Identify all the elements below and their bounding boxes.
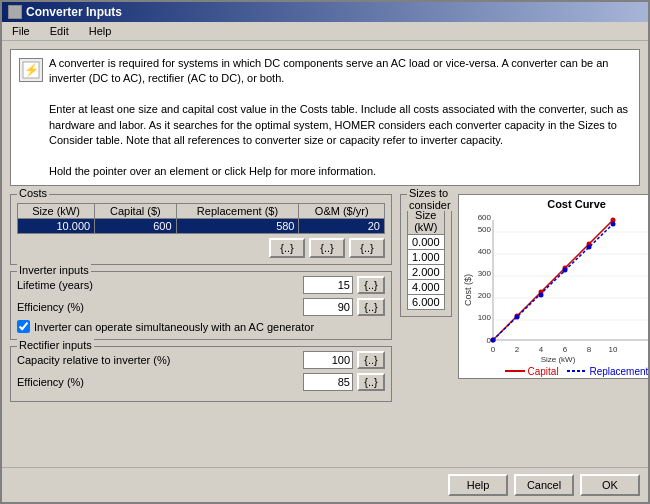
sizes-and-chart: Sizes to consider Size (kW) 0.000 1.000 (400, 194, 640, 379)
svg-line-25 (493, 224, 613, 340)
inverter-efficiency-row: Efficiency (%) {..} (17, 298, 385, 316)
lifetime-label: Lifetime (years) (17, 279, 299, 291)
svg-text:300: 300 (477, 269, 491, 278)
rectifier-efficiency-input[interactable] (303, 373, 353, 391)
info-icon: ⚡ (19, 58, 43, 82)
inverter-label: Inverter inputs (17, 264, 91, 276)
costs-btn-1[interactable]: {..} (269, 238, 305, 258)
sizes-header: Size (kW) (408, 208, 445, 235)
lifetime-input[interactable] (303, 276, 353, 294)
description-text: A converter is required for systems in w… (49, 56, 631, 179)
cell-om: 20 (299, 219, 385, 234)
converter-window: Converter Inputs File Edit Help ⚡ A conv… (0, 0, 650, 504)
col-om: O&M ($/yr) (299, 204, 385, 219)
rectifier-efficiency-dots-btn[interactable]: {..} (357, 373, 385, 391)
costs-btn-2[interactable]: {..} (309, 238, 345, 258)
right-panel: Sizes to consider Size (kW) 0.000 1.000 (400, 194, 640, 408)
svg-text:100: 100 (477, 313, 491, 322)
checkbox-label: Inverter can operate simultaneously with… (34, 321, 314, 333)
menu-edit[interactable]: Edit (44, 24, 75, 38)
svg-text:4: 4 (538, 345, 543, 354)
svg-point-37 (610, 222, 615, 227)
legend-capital: Capital (505, 366, 559, 377)
svg-point-32 (490, 338, 495, 343)
cancel-button[interactable]: Cancel (514, 474, 574, 496)
ac-generator-checkbox[interactable] (17, 320, 30, 333)
window-title: Converter Inputs (26, 5, 122, 19)
costs-group: Costs Size (kW) Capital ($) Replacement … (10, 194, 392, 265)
sizes-group: Sizes to consider Size (kW) 0.000 1.000 (400, 194, 452, 317)
rectifier-efficiency-label: Efficiency (%) (17, 376, 299, 388)
size-row-4[interactable]: 6.000 (408, 295, 445, 310)
lifetime-row: Lifetime (years) {..} (17, 276, 385, 294)
costs-label: Costs (17, 187, 49, 199)
chart-title: Cost Curve (459, 195, 648, 210)
capacity-input[interactable] (303, 351, 353, 369)
costs-btn-row: {..} {..} {..} (17, 238, 385, 258)
svg-text:600: 600 (477, 213, 491, 222)
svg-point-36 (586, 245, 591, 250)
col-size: Size (kW) (18, 204, 95, 219)
window-icon (8, 5, 22, 19)
title-bar: Converter Inputs (2, 2, 648, 22)
inverter-efficiency-label: Efficiency (%) (17, 301, 299, 313)
cost-curve-chart: Cost Curve Cost ($) 0 100 200 (458, 194, 648, 379)
sizes-table: Size (kW) 0.000 1.000 2.000 4.000 6.000 (407, 207, 445, 310)
rectifier-group: Rectifier inputs Capacity relative to in… (10, 346, 392, 402)
sizes-col: Sizes to consider Size (kW) 0.000 1.000 (400, 194, 452, 379)
svg-text:0: 0 (490, 345, 495, 354)
inverter-efficiency-dots-btn[interactable]: {..} (357, 298, 385, 316)
menu-help[interactable]: Help (83, 24, 118, 38)
capacity-dots-btn[interactable]: {..} (357, 351, 385, 369)
rectifier-efficiency-row: Efficiency (%) {..} (17, 373, 385, 391)
costs-table: Size (kW) Capital ($) Replacement ($) O&… (17, 203, 385, 234)
svg-text:Size (kW): Size (kW) (540, 355, 575, 364)
content-area: ⚡ A converter is required for systems in… (2, 41, 648, 467)
costs-btn-3[interactable]: {..} (349, 238, 385, 258)
main-row: Costs Size (kW) Capital ($) Replacement … (10, 194, 640, 408)
menu-file[interactable]: File (6, 24, 36, 38)
svg-point-33 (514, 315, 519, 320)
help-button[interactable]: Help (448, 474, 508, 496)
svg-text:⚡: ⚡ (24, 62, 39, 77)
desc-line2: Enter at least one size and capital cost… (49, 102, 631, 148)
svg-text:400: 400 (477, 247, 491, 256)
capacity-row: Capacity relative to inverter (%) {..} (17, 351, 385, 369)
col-capital: Capital ($) (95, 204, 176, 219)
ok-button[interactable]: OK (580, 474, 640, 496)
size-row-0[interactable]: 0.000 (408, 235, 445, 250)
svg-text:500: 500 (477, 225, 491, 234)
svg-text:6: 6 (562, 345, 567, 354)
size-row-1[interactable]: 1.000 (408, 250, 445, 265)
cell-capital: 600 (95, 219, 176, 234)
description-box: ⚡ A converter is required for systems in… (10, 49, 640, 186)
svg-point-34 (538, 293, 543, 298)
svg-text:200: 200 (477, 291, 491, 300)
desc-line1: A converter is required for systems in w… (49, 56, 631, 87)
sizes-label: Sizes to consider (407, 187, 453, 211)
svg-text:Cost ($): Cost ($) (463, 274, 473, 306)
legend-replacement: Replacement (567, 366, 648, 377)
footer: Help Cancel OK (2, 467, 648, 502)
svg-text:2: 2 (514, 345, 519, 354)
size-row-2[interactable]: 2.000 (408, 265, 445, 280)
checkbox-row: Inverter can operate simultaneously with… (17, 320, 385, 333)
cell-size: 10.000 (18, 219, 95, 234)
svg-point-35 (562, 268, 567, 273)
svg-text:10: 10 (608, 345, 617, 354)
cell-replacement: 580 (176, 219, 299, 234)
left-panel: Costs Size (kW) Capital ($) Replacement … (10, 194, 392, 408)
table-row[interactable]: 10.000 600 580 20 (18, 219, 385, 234)
desc-line3: Hold the pointer over an element or clic… (49, 164, 631, 179)
col-replacement: Replacement ($) (176, 204, 299, 219)
rectifier-label: Rectifier inputs (17, 339, 94, 351)
capacity-label: Capacity relative to inverter (%) (17, 354, 299, 366)
svg-text:8: 8 (586, 345, 591, 354)
lifetime-dots-btn[interactable]: {..} (357, 276, 385, 294)
menu-bar: File Edit Help (2, 22, 648, 41)
inverter-efficiency-input[interactable] (303, 298, 353, 316)
inverter-group: Inverter inputs Lifetime (years) {..} Ef… (10, 271, 392, 340)
size-row-3[interactable]: 4.000 (408, 280, 445, 295)
chart-col: Cost Curve Cost ($) 0 100 200 (458, 194, 648, 379)
